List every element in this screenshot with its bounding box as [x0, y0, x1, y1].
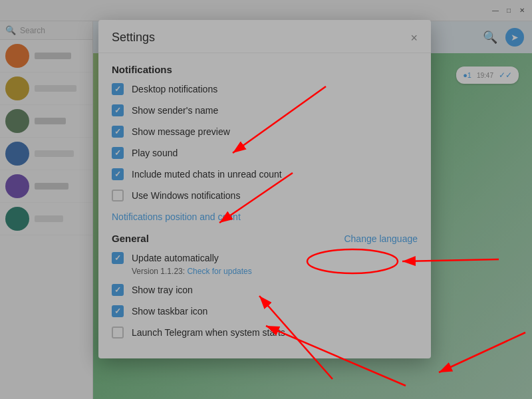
- modal-overlay: [0, 0, 532, 399]
